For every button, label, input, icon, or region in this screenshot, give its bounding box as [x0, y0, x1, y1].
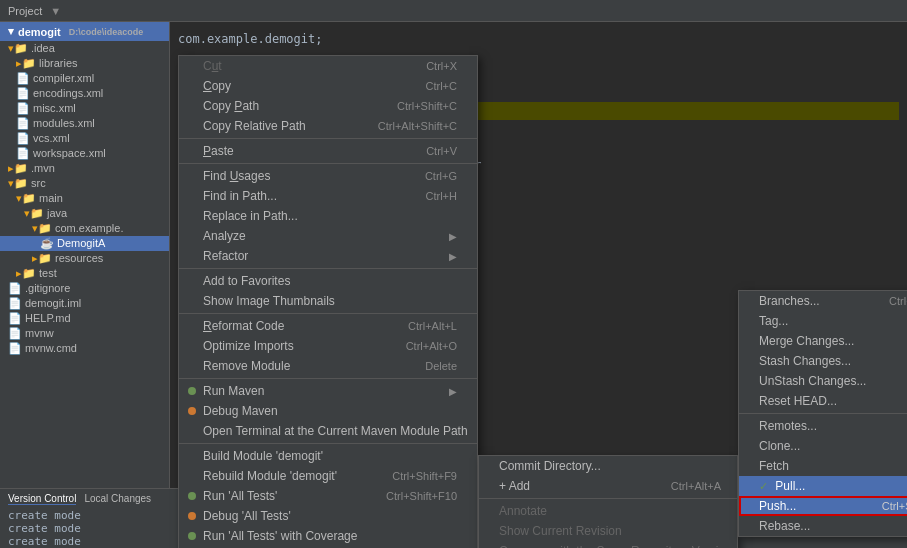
project-panel: ▾ demogit D:\code\ideacode ▾📁.idea ▸📁lib…	[0, 22, 170, 488]
tree-item-misc[interactable]: 📄misc.xml	[0, 101, 169, 116]
submenu-git: Branches... Ctrl+Shift+ Tag... Merge Cha…	[738, 290, 907, 537]
menu-item-optimize-imports[interactable]: Optimize Imports Ctrl+Alt+O	[179, 336, 477, 356]
menu-item-refactor[interactable]: Refactor ▶	[179, 246, 477, 266]
run-maven-icon	[185, 384, 199, 398]
tree-item-main[interactable]: ▾📁main	[0, 191, 169, 206]
separator-3	[179, 268, 477, 269]
separator-2	[179, 163, 477, 164]
tree-item-mvnw[interactable]: 📄mvnw	[0, 326, 169, 341]
repo-commit-dir[interactable]: Commit Directory...	[479, 456, 737, 476]
tab-version-control[interactable]: Version Control	[8, 493, 76, 505]
tree-item-help[interactable]: 📄HELP.md	[0, 311, 169, 326]
tree-item-comexample[interactable]: ▾📁com.example.	[0, 221, 169, 236]
tree-item-encodings[interactable]: 📄encodings.xml	[0, 86, 169, 101]
tree-item-iml[interactable]: 📄demogit.iml	[0, 296, 169, 311]
tab-local-changes[interactable]: Local Changes	[84, 493, 151, 505]
menu-item-find-usages[interactable]: Find Usages Ctrl+G	[179, 166, 477, 186]
dropdown-arrow: ▼	[50, 5, 61, 17]
menu-item-copy-relative-path[interactable]: Copy Relative Path Ctrl+Alt+Shift+C	[179, 116, 477, 136]
tree-item-mvnwcmd[interactable]: 📄mvnw.cmd	[0, 341, 169, 356]
tree-item-modules[interactable]: 📄modules.xml	[0, 116, 169, 131]
menu-item-cut[interactable]: Cut Ctrl+X	[179, 56, 477, 76]
menu-item-run-maven[interactable]: Run Maven ▶	[179, 381, 477, 401]
repo-separator-1	[479, 498, 737, 499]
tree-item-demogit-class[interactable]: ☕DemogitA	[0, 236, 169, 251]
git-push[interactable]: Push... Ctrl+Shift+K	[739, 496, 907, 516]
project-header: ▾ demogit D:\code\ideacode	[0, 22, 169, 41]
separator-5	[179, 378, 477, 379]
repo-show-current-revision[interactable]: Show Current Revision	[479, 521, 737, 541]
separator-6	[179, 443, 477, 444]
menu-item-paste[interactable]: Paste Ctrl+V	[179, 141, 477, 161]
top-bar: Project ▼	[0, 0, 907, 22]
git-tag[interactable]: Tag...	[739, 311, 907, 331]
menu-item-find-in-path[interactable]: Find in Path... Ctrl+H	[179, 186, 477, 206]
git-clone[interactable]: Clone...	[739, 436, 907, 456]
menu-item-build-module[interactable]: Build Module 'demogit'	[179, 446, 477, 466]
project-title: Project	[8, 5, 42, 17]
submenu-repository: Commit Directory... + Add Ctrl+Alt+A Ann…	[478, 455, 738, 548]
repo-add[interactable]: + Add Ctrl+Alt+A	[479, 476, 737, 496]
git-separator-1	[739, 413, 907, 414]
project-root-label: demogit	[18, 26, 61, 38]
git-fetch[interactable]: Fetch	[739, 456, 907, 476]
separator-1	[179, 138, 477, 139]
tree-item-src[interactable]: ▾📁src	[0, 176, 169, 191]
menu-item-reformat[interactable]: Reformat Code Ctrl+Alt+L	[179, 316, 477, 336]
menu-item-analyze[interactable]: Analyze ▶	[179, 226, 477, 246]
tree-item-resources[interactable]: ▸📁resources	[0, 251, 169, 266]
debug-maven-icon	[185, 404, 199, 418]
tree-item-gitignore[interactable]: 📄.gitignore	[0, 281, 169, 296]
git-rebase[interactable]: Rebase...	[739, 516, 907, 536]
git-merge[interactable]: Merge Changes...	[739, 331, 907, 351]
repo-annotate[interactable]: Annotate	[479, 501, 737, 521]
menu-item-show-thumbnails[interactable]: Show Image Thumbnails	[179, 291, 477, 311]
tree-item-mvn[interactable]: ▸📁.mvn	[0, 161, 169, 176]
debug-tests-icon	[185, 509, 199, 523]
separator-4	[179, 313, 477, 314]
tree-item-workspace[interactable]: 📄workspace.xml	[0, 146, 169, 161]
tree-item-test[interactable]: ▸📁test	[0, 266, 169, 281]
menu-item-copy-path[interactable]: Copy Path Ctrl+Shift+C	[179, 96, 477, 116]
tree-item-libraries[interactable]: ▸📁libraries	[0, 56, 169, 71]
tree-item-idea[interactable]: ▾📁.idea	[0, 41, 169, 56]
collapse-icon: ▾	[8, 25, 14, 38]
context-menu: Cut Ctrl+X Copy Ctrl+C Copy Path Ctrl+Sh…	[178, 55, 478, 548]
git-remotes[interactable]: Remotes...	[739, 416, 907, 436]
menu-item-add-favorites[interactable]: Add to Favorites	[179, 271, 477, 291]
tree-item-vcs[interactable]: 📄vcs.xml	[0, 131, 169, 146]
menu-item-debug-all-tests[interactable]: Debug 'All Tests'	[179, 506, 477, 526]
menu-item-replace-in-path[interactable]: Replace in Path...	[179, 206, 477, 226]
git-branches[interactable]: Branches... Ctrl+Shift+	[739, 291, 907, 311]
menu-item-rebuild-module[interactable]: Rebuild Module 'demogit' Ctrl+Shift+F9	[179, 466, 477, 486]
coverage-icon	[185, 529, 199, 543]
tree-item-java[interactable]: ▾📁java	[0, 206, 169, 221]
git-stash[interactable]: Stash Changes...	[739, 351, 907, 371]
project-path: D:\code\ideacode	[69, 27, 144, 37]
menu-item-copy[interactable]: Copy Ctrl+C	[179, 76, 477, 96]
menu-item-open-terminal-maven[interactable]: Open Terminal at the Current Maven Modul…	[179, 421, 477, 441]
menu-item-remove-module[interactable]: Remove Module Delete	[179, 356, 477, 376]
repo-compare-same[interactable]: Compare with the Same Repository Version	[479, 541, 737, 548]
menu-item-run-all-tests[interactable]: Run 'All Tests' Ctrl+Shift+F10	[179, 486, 477, 506]
git-unstash[interactable]: UnStash Changes...	[739, 371, 907, 391]
menu-item-debug-maven[interactable]: Debug Maven	[179, 401, 477, 421]
run-tests-icon	[185, 489, 199, 503]
code-line-1: com.example.demogit;	[178, 30, 899, 48]
git-pull[interactable]: ✓ Pull...	[739, 476, 907, 496]
tree-item-compiler[interactable]: 📄compiler.xml	[0, 71, 169, 86]
git-reset-head[interactable]: Reset HEAD...	[739, 391, 907, 411]
menu-item-run-with-coverage[interactable]: Run 'All Tests' with Coverage	[179, 526, 477, 546]
